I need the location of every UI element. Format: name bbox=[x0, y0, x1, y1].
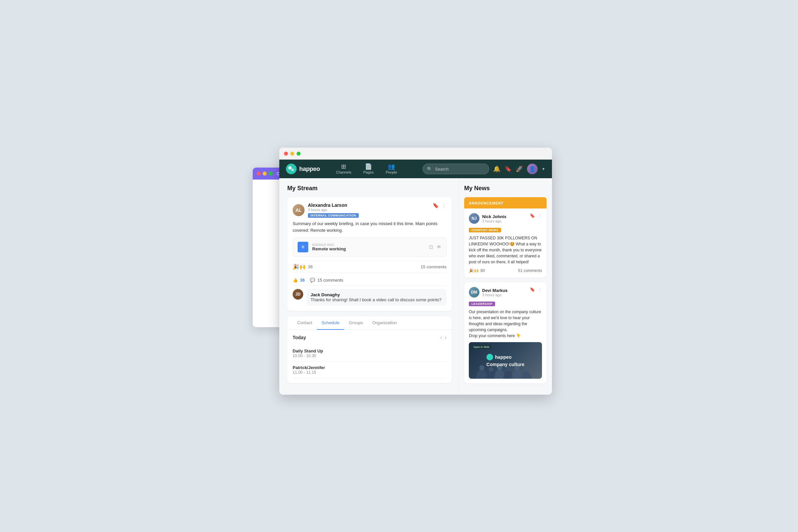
announcement-label: ANNOUNCEMENT bbox=[469, 201, 504, 205]
schedule-nav: ‹ › bbox=[440, 335, 446, 341]
tab-contact[interactable]: Contact bbox=[292, 316, 317, 330]
minimize-button[interactable] bbox=[290, 152, 294, 156]
news-reaction-emojis-1: 🎉🙌 bbox=[469, 268, 479, 273]
news-post-header-2: DM Devi Markus 3 hours ago 🔖 ⋮ bbox=[469, 287, 542, 298]
news-more-icon-1[interactable]: ⋮ bbox=[538, 213, 542, 218]
nav-channels[interactable]: ⊞ Channels bbox=[330, 161, 357, 177]
reaction-left-1: 🎉🙌 36 bbox=[292, 264, 312, 270]
news-bookmark-icon-2[interactable]: 🔖 bbox=[530, 287, 535, 292]
google-doc-icon: ≡ bbox=[298, 242, 308, 252]
schedule-content: Today ‹ › Daily Stand Up 10.00 - 10.30 P… bbox=[287, 330, 452, 383]
doc-attachment-1[interactable]: ≡ GOOGLE DOC Remote working ⊡ 👁 bbox=[292, 238, 446, 257]
comments-link-1[interactable]: 15 comments bbox=[421, 264, 446, 269]
news-comments-1[interactable]: 51 comments bbox=[518, 268, 542, 273]
news-author-info-1: Nick Johnis 3 hours ago bbox=[482, 214, 507, 223]
post-body-1: Summary of our weekly briefing, in case … bbox=[292, 221, 446, 233]
schedule-item-2-title: Patrick/Jennifer bbox=[292, 365, 446, 370]
main-content: My Stream AL Alexandra Larson 3 hours ag… bbox=[279, 178, 552, 395]
comment-icon: 💬 bbox=[310, 278, 315, 283]
svg-point-10 bbox=[506, 366, 511, 371]
news-more-icon-2[interactable]: ⋮ bbox=[538, 287, 542, 292]
comment-author-1: Jack Donaghy bbox=[310, 292, 442, 297]
comment-text-1: Thanks for sharing! Shall I book a video… bbox=[310, 297, 442, 302]
reactions-row-1: 🎉🙌 36 15 comments bbox=[292, 261, 446, 273]
tab-schedule[interactable]: Schedule bbox=[317, 316, 344, 330]
news-card-2: DM Devi Markus 3 hours ago 🔖 ⋮ LEADERSHI… bbox=[464, 282, 547, 383]
like-button-1[interactable]: 👍 36 bbox=[292, 278, 305, 283]
people-icon: 👥 bbox=[388, 164, 395, 170]
news-card-1: NJ Nick Johnis 3 hours ago 🔖 ⋮ bbox=[464, 208, 547, 278]
notifications-icon[interactable]: 🔔 bbox=[493, 165, 500, 173]
svg-point-13 bbox=[521, 371, 531, 379]
culture-image[interactable]: Open in Slide bbox=[469, 342, 542, 379]
doc-expand-icon[interactable]: ⊡ bbox=[429, 244, 433, 250]
svg-point-3 bbox=[476, 370, 488, 379]
schedule-prev-icon[interactable]: ‹ bbox=[440, 335, 442, 341]
more-options-icon[interactable]: ⋮ bbox=[441, 203, 446, 208]
user-avatar[interactable]: 👤 bbox=[527, 164, 538, 174]
reaction-count-1: 36 bbox=[308, 264, 312, 269]
tab-organization[interactable]: Organization bbox=[368, 316, 402, 330]
comment-row-1: JD Jack Donaghy Thanks for sharing! Shal… bbox=[292, 285, 446, 306]
my-news-column: My News ANNOUNCEMENT NJ Nick Johnis 3 h bbox=[459, 178, 552, 395]
nav-items: ⊞ Channels 📄 Pages 👥 People bbox=[330, 161, 423, 177]
search-icon: 🔍 bbox=[427, 167, 432, 172]
svg-point-4 bbox=[479, 365, 484, 370]
schedule-item-1-time: 10.00 - 10.30 bbox=[292, 354, 446, 358]
news-post-time-2: 3 hours ago bbox=[482, 293, 508, 297]
svg-point-11 bbox=[511, 370, 523, 379]
post-tag-1: INTERNAL COMMUNICATION bbox=[308, 213, 359, 218]
search-bar[interactable]: 🔍 Search bbox=[423, 164, 489, 174]
culture-logo-dot bbox=[487, 354, 493, 360]
news-bookmark-icon-1[interactable]: 🔖 bbox=[530, 213, 535, 218]
news-post-time-1: 3 hours ago bbox=[482, 219, 507, 223]
maximize-button[interactable] bbox=[297, 152, 301, 156]
news-tag-2: LEADERSHIP bbox=[469, 302, 495, 306]
news-reaction-count-1: 80 bbox=[480, 268, 485, 273]
app-nav: happeo ⊞ Channels 📄 Pages 👥 People bbox=[279, 159, 552, 178]
pages-icon: 📄 bbox=[365, 164, 372, 170]
avatar-dropdown-arrow[interactable]: ▼ bbox=[542, 167, 545, 171]
my-stream-title: My Stream bbox=[287, 185, 452, 192]
news-author-1: NJ Nick Johnis 3 hours ago bbox=[469, 213, 507, 224]
bookmark-icon[interactable]: 🔖 bbox=[505, 165, 512, 173]
news-tag-1: COMPANY NEWS bbox=[469, 228, 501, 232]
culture-open-slide-label: Open in Slide bbox=[472, 345, 491, 349]
schedule-item-1-title: Daily Stand Up bbox=[292, 348, 446, 354]
news-body-1: JUST PASSED 30K FOLLOWERS ON LINKEDIN! W… bbox=[469, 235, 542, 265]
svg-point-14 bbox=[524, 367, 529, 372]
nav-people[interactable]: 👥 People bbox=[380, 161, 403, 177]
post-time-1: 3 hours ago bbox=[308, 208, 359, 212]
rocket-icon[interactable]: 🚀 bbox=[516, 165, 523, 173]
schedule-item-1: Daily Stand Up 10.00 - 10.30 bbox=[292, 345, 446, 362]
culture-logo: happeo bbox=[487, 354, 524, 360]
close-button[interactable] bbox=[284, 152, 288, 156]
nav-right: 🔍 Search 🔔 🔖 🚀 👤 ▼ bbox=[423, 164, 545, 174]
reaction-emojis-1: 🎉🙌 bbox=[292, 264, 306, 270]
post-actions-1: 🔖 ⋮ bbox=[433, 203, 446, 208]
logo-text: happeo bbox=[299, 166, 320, 173]
news-author-name-1: Nick Johnis bbox=[482, 214, 507, 219]
comment-button-1[interactable]: 💬 15 comments bbox=[310, 278, 343, 283]
app-logo[interactable]: happeo bbox=[286, 164, 320, 174]
schedule-item-2-time: 11.00 - 11.15 bbox=[292, 370, 446, 375]
schedule-card: Contact Schedule Groups Organization bbox=[287, 316, 452, 383]
svg-point-1 bbox=[288, 166, 291, 170]
post-author-1: AL Alexandra Larson 3 hours ago INTERNAL… bbox=[292, 203, 359, 218]
browser-titlebar bbox=[279, 148, 552, 159]
author-name-1[interactable]: Alexandra Larson bbox=[308, 203, 359, 208]
news-post-icons-1: 🔖 ⋮ bbox=[530, 213, 542, 218]
svg-point-2 bbox=[291, 169, 294, 171]
tab-groups[interactable]: Groups bbox=[344, 316, 368, 330]
nav-pages[interactable]: 📄 Pages bbox=[358, 161, 380, 177]
culture-title: Company culture bbox=[487, 362, 524, 367]
news-body-2: Our presentation on the company culture … bbox=[469, 309, 542, 339]
doc-actions-1: ⊡ 👁 bbox=[429, 244, 441, 250]
bookmark-post-icon[interactable]: 🔖 bbox=[433, 203, 439, 208]
news-avatar-2: DM bbox=[469, 287, 479, 298]
my-stream-column: My Stream AL Alexandra Larson 3 hours ag… bbox=[279, 178, 459, 395]
channels-icon: ⊞ bbox=[341, 164, 346, 170]
schedule-next-icon[interactable]: › bbox=[445, 335, 446, 341]
news-post-icons-2: 🔖 ⋮ bbox=[530, 287, 542, 292]
doc-view-icon[interactable]: 👁 bbox=[437, 244, 441, 250]
